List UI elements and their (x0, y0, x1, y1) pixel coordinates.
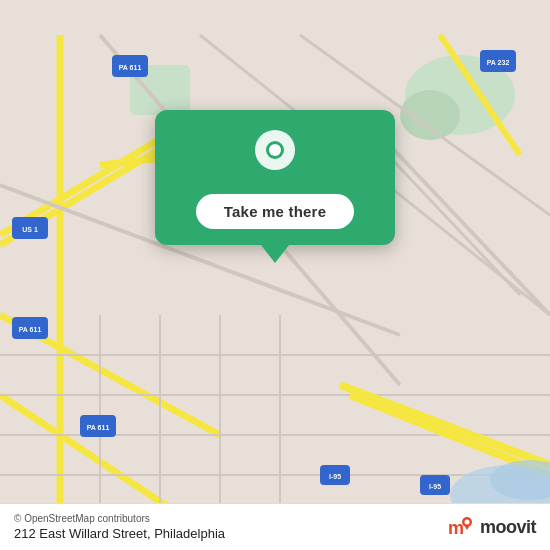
take-me-there-button[interactable]: Take me there (196, 194, 354, 229)
osm-attribution: © OpenStreetMap contributors (14, 513, 225, 524)
svg-text:US 1: US 1 (22, 226, 38, 233)
popup-card: Take me there (155, 110, 395, 245)
svg-text:m: m (448, 518, 464, 538)
bottom-info: © OpenStreetMap contributors 212 East Wi… (14, 513, 225, 541)
map-container: PA 611 US 1 US 1 PA 611 PA 611 PA 232 I-… (0, 0, 550, 550)
location-pin-icon (248, 128, 302, 182)
svg-text:PA 232: PA 232 (487, 59, 510, 66)
bottom-bar: © OpenStreetMap contributors 212 East Wi… (0, 503, 550, 550)
map-background: PA 611 US 1 US 1 PA 611 PA 611 PA 232 I-… (0, 0, 550, 550)
moovit-logo: m moovit (445, 512, 536, 542)
svg-text:PA 611: PA 611 (119, 64, 142, 71)
moovit-label: moovit (480, 517, 536, 538)
moovit-icon: m (445, 512, 475, 542)
svg-text:I-95: I-95 (429, 483, 441, 490)
svg-point-52 (464, 520, 469, 525)
svg-text:PA 611: PA 611 (19, 326, 42, 333)
svg-text:I-95: I-95 (329, 473, 341, 480)
address-label: 212 East Willard Street, Philadelphia (14, 526, 225, 541)
svg-text:PA 611: PA 611 (87, 424, 110, 431)
svg-point-48 (269, 144, 281, 156)
